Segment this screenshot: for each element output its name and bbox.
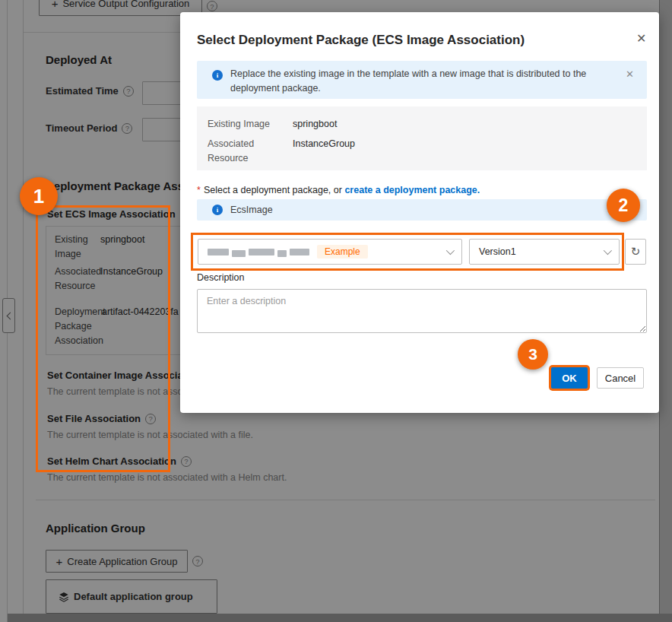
create-deployment-package-link[interactable]: create a deployment package.: [344, 185, 480, 195]
summary-value: springboot: [293, 117, 337, 132]
select-package-prompt: *Select a deployment package, or create …: [197, 185, 480, 195]
banner-close-icon[interactable]: ✕: [626, 68, 634, 81]
ecs-image-banner-label: EcsImage: [230, 205, 273, 215]
cancel-button[interactable]: Cancel: [597, 367, 644, 389]
summary-label: Associated Resource: [208, 137, 270, 166]
required-asterisk: *: [197, 185, 201, 195]
screen: + Service Output Configuration ? Deploye…: [0, 0, 672, 622]
summary-value: InstanceGroup: [293, 137, 355, 166]
description-label: Description: [197, 272, 245, 283]
select-deployment-package-dialog: Select Deployment Package (ECS Image Ass…: [180, 12, 659, 413]
info-icon: i: [212, 205, 223, 215]
ecs-image-banner: i EcsImage: [197, 199, 647, 221]
ok-button[interactable]: OK: [551, 367, 588, 389]
info-banner: i Replace the existing image in the temp…: [197, 61, 647, 99]
info-banner-text: Replace the existing image in the templa…: [230, 67, 600, 96]
annotation-step-1-badge: 1: [20, 177, 58, 215]
summary-label: Existing Image: [208, 117, 270, 132]
summary-row: Existing Image springboot: [208, 117, 337, 132]
annotation-highlight-rect-1: [36, 205, 170, 472]
description-textarea[interactable]: [197, 289, 647, 333]
refresh-icon: ↻: [631, 245, 641, 259]
info-icon: i: [212, 70, 223, 81]
refresh-button[interactable]: ↻: [625, 239, 646, 265]
existing-image-summary: Existing Image springboot Associated Res…: [197, 106, 647, 170]
dialog-title: Select Deployment Package (ECS Image Ass…: [197, 33, 525, 48]
summary-row: Associated Resource InstanceGroup: [208, 137, 355, 166]
annotation-step-3-badge: 3: [518, 339, 548, 370]
dialog-close-icon[interactable]: ✕: [636, 33, 646, 45]
annotation-highlight-rect-2: [191, 233, 624, 271]
annotation-step-2-badge: 2: [607, 189, 640, 222]
